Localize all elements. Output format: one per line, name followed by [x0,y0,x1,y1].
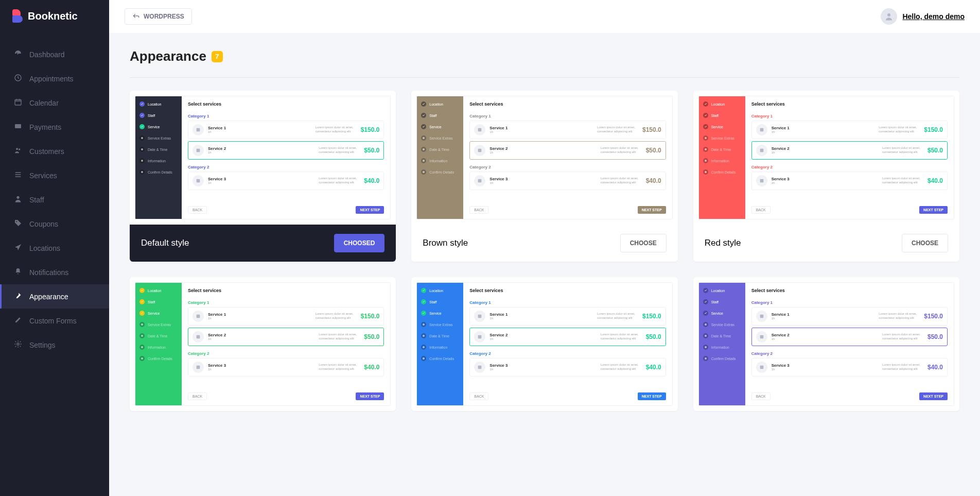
step-dot-icon [139,113,145,118]
svg-rect-2 [15,124,21,128]
step-dot-icon [139,135,145,141]
brush-icon [14,292,22,301]
preview-step: Information [139,158,178,163]
nav-appointments[interactable]: Appointments [0,66,109,91]
service-desc: Lorem ipsum dolor sit amet, consectetur … [601,333,642,341]
style-card-0: LocationStaffServiceService ExtrasDate &… [130,91,396,262]
service-sub: 1h [772,181,878,185]
choose-button[interactable]: CHOOSED [334,234,385,252]
preview: LocationStaffServiceService ExtrasDate &… [130,277,396,411]
step-dot-icon [139,124,145,129]
service-price: $150.0 [361,313,380,320]
preview-service: Service 11h Lorem ipsum dolor sit amet, … [469,121,666,139]
preview-footer: BACK NEXT STEP [469,203,666,214]
service-price: $50.0 [364,147,379,154]
step-label: Information [148,159,166,163]
nav-notifications[interactable]: Notifications [0,260,109,284]
svg-rect-18 [197,315,200,318]
nav-settings[interactable]: Settings [0,333,109,357]
service-icon [192,175,204,186]
step-dot-icon [703,288,708,293]
service-icon [474,311,485,322]
nav-coupons[interactable]: Coupons [0,212,109,236]
content: Appearance 7 LocationStaffServiceService… [109,33,980,426]
wordpress-button[interactable]: WORDPRESS [125,8,192,25]
choose-button[interactable]: CHOOSE [902,234,948,252]
preview-category: Category 2 [469,351,666,356]
svg-rect-11 [197,179,200,183]
preview-title: Select services [751,101,948,107]
step-label: Location [429,289,443,293]
nav-label: Services [29,172,57,180]
preview-category: Category 2 [469,165,666,169]
service-name: Service 1 [772,126,875,131]
preview-step: Date & Time [139,147,178,152]
step-dot-icon [421,333,426,338]
step-label: Staff [148,114,155,117]
step-dot-icon [703,158,708,163]
nav-calendar[interactable]: Calendar [0,91,109,115]
svg-point-6 [16,221,17,222]
svg-rect-13 [478,149,482,152]
step-dot-icon [703,124,708,129]
preview-step: Service [703,311,741,316]
preview-step: Information [703,345,741,350]
nav-services[interactable]: Services [0,163,109,187]
nav-locations[interactable]: Locations [0,236,109,260]
service-desc: Lorem ipsum dolor sit amet, consectetur … [879,312,920,320]
preview-service: Service 21h Lorem ipsum dolor sit amet, … [188,328,384,346]
step-label: Information [429,159,447,163]
step-dot-icon [139,311,145,316]
nav-label: Staff [29,196,44,204]
service-name: Service 1 [208,126,311,131]
preview-category: Category 1 [751,114,948,118]
nav-payments[interactable]: Payments [0,115,109,139]
svg-rect-1 [15,99,21,105]
step-label: Service Extras [148,323,171,327]
svg-rect-10 [197,149,200,152]
nav-custom-forms[interactable]: Custom Forms [0,309,109,333]
users-icon [14,146,22,156]
step-label: Date & Time [711,334,731,338]
step-dot-icon [139,169,145,175]
service-icon [192,331,204,343]
choose-button[interactable]: CHOOSE [620,234,667,252]
service-icon [192,362,204,373]
step-dot-icon [703,101,708,107]
step-dot-icon [421,169,426,175]
user-greeting[interactable]: Hello, demo demo [902,12,965,21]
service-name: Service 2 [772,146,878,151]
step-dot-icon [421,113,426,118]
preview-step: Service [139,124,178,129]
preview-next-button: NEXT STEP [638,206,666,214]
service-price: $150.0 [642,126,661,133]
preview-step: Information [421,158,459,163]
step-dot-icon [139,356,145,361]
preview-step: Service [421,311,459,316]
service-icon [474,362,485,373]
preview-title: Select services [188,101,384,107]
service-name: Service 2 [489,333,596,338]
user-area[interactable]: Hello, demo demo [881,8,965,25]
preview-next-button: NEXT STEP [356,392,384,400]
svg-rect-22 [478,335,482,339]
mini-booking: LocationStaffServiceService ExtrasDate &… [416,96,672,219]
preview-next-button: NEXT STEP [919,206,948,214]
logo[interactable]: Booknetic [0,0,109,32]
nav-dashboard[interactable]: Dashboard [0,42,109,66]
mini-booking: LocationStaffServiceService ExtrasDate &… [135,282,391,406]
service-desc: Lorem ipsum dolor sit amet, consectetur … [882,146,923,155]
service-sub: 1h [772,151,878,155]
step-label: Staff [429,300,436,304]
styles-grid: LocationStaffServiceService ExtrasDate &… [130,91,959,411]
preview-step: Staff [703,299,741,304]
nav-customers[interactable]: Customers [0,139,109,163]
step-dot-icon [139,322,145,327]
nav-staff[interactable]: Staff [0,187,109,212]
nav-label: Notifications [29,268,68,277]
nav-appearance[interactable]: Appearance [0,284,109,309]
style-name: Brown style [423,238,468,248]
preview-step: Location [421,101,459,107]
step-label: Information [429,346,447,349]
preview-step: Location [139,288,178,293]
